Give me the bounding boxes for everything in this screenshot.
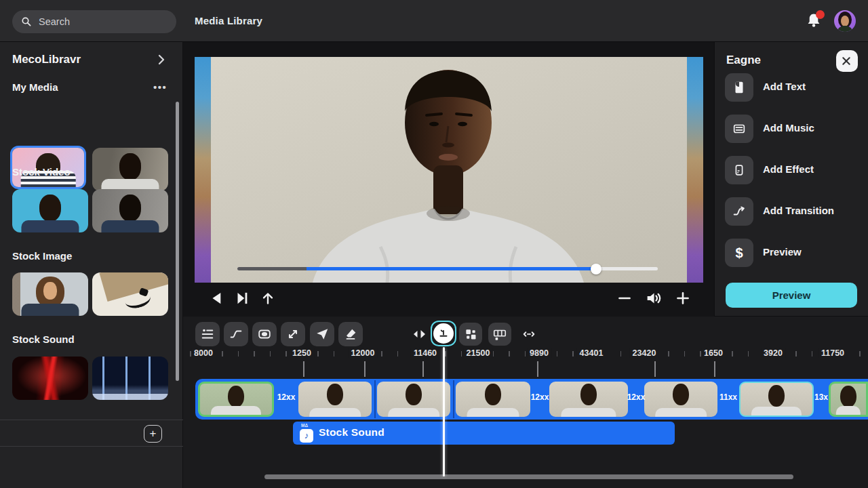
curve-icon[interactable] [224,322,248,346]
ruler-label: 8000 [191,348,216,358]
media-thumb-stock-sound-2[interactable] [92,357,168,400]
preview-item[interactable]: $ Preview [725,239,861,268]
notification-bell-icon[interactable] [804,12,823,30]
resize-icon[interactable] [281,322,305,346]
stage-gradient-left [195,57,211,283]
media-thumb-stock-video-2[interactable] [92,189,168,232]
thumb-figure-head [119,195,141,222]
audio-clip-stock-sound[interactable]: MΔ ♪ Stock Sound [293,422,675,445]
video-clip-4[interactable] [456,382,530,417]
clip-separator [453,380,454,418]
ruler-major-tick [714,361,715,377]
video-clip-6[interactable] [644,382,717,417]
ruler-major-tick [364,361,366,377]
add-transition-label: Add Transition [763,205,834,216]
media-thumb-stock-sound-1[interactable] [12,357,88,400]
search-input[interactable] [39,16,154,27]
media-thumb-stock-video-1[interactable] [12,189,88,232]
timeline: 8000 1250 12000 11460 21500 9890 43401 2… [183,317,868,488]
seek-bar[interactable] [237,267,658,270]
ruler-label: 9890 [527,348,551,358]
grid-view-icon[interactable] [459,323,482,346]
video-clip-8[interactable] [829,382,868,417]
user-avatar[interactable] [834,10,856,32]
video-clip-3[interactable] [377,382,450,417]
add-music-item[interactable]: Add Music [725,115,861,144]
close-icon[interactable] [836,50,858,72]
send-icon[interactable] [310,322,334,346]
speaker-icon[interactable] [644,288,665,308]
preview-area [183,42,714,317]
music-note-icon: ♪ [300,429,313,443]
ruler-label: 11460 [411,348,439,358]
playhead-clock-button[interactable] [431,321,456,346]
playhead[interactable] [443,347,445,476]
video-clip-2[interactable] [298,382,372,417]
ruler-label: 12000 [349,348,378,358]
seek-gray-segment [237,267,307,270]
ruler-label: 1250 [290,348,314,358]
tools-panel: Eagne Add Text [714,42,868,317]
audio-clip-badge: MΔ [301,423,308,428]
video-frame [211,57,687,283]
eraser-icon[interactable] [338,322,363,346]
chevron-right-icon[interactable] [156,53,167,66]
track-options-icon[interactable] [195,322,220,346]
player-controls [183,283,714,317]
volume-up-icon[interactable] [674,288,694,308]
media-thumb-my-media-2[interactable] [92,148,168,191]
preview-button[interactable]: Preview [726,283,857,308]
add-text-label: Add Text [763,81,806,92]
video-editor-app: Media Library MecoLibravr My Media ••• [0,0,868,488]
track-layout-icon[interactable] [488,323,511,346]
clip-duration-label: 12xx [627,392,646,402]
video-stage [195,57,703,283]
add-music-icon [725,115,753,143]
ruler-major-tick [422,361,424,377]
sidebar-scrollbar[interactable] [176,102,179,381]
media-thumb-stock-image-2[interactable] [92,272,168,316]
previous-icon[interactable] [209,288,229,308]
section-title-stock-image: Stock Image [12,250,72,262]
stage-gradient-right [687,57,703,283]
ruler-label: 3920 [761,348,785,358]
media-thumb-stock-image-1[interactable] [12,272,88,316]
mask-icon[interactable] [252,322,277,346]
ruler-label: 23420 [630,348,659,358]
clip-duration-label: 12xx [277,392,296,402]
clip-duration-label: 13x [814,392,828,402]
add-transition-item[interactable]: Add Transition [725,197,861,227]
thumb-figure-head [119,153,141,180]
thumb-figure-body [21,220,79,232]
video-clip-1-selected[interactable] [198,382,274,417]
timeline-scrollbar[interactable] [264,474,793,479]
video-track[interactable]: 12xx 12xx 12xx 11xx 13x [195,379,868,420]
move-horizontal-icon[interactable] [517,322,541,346]
volume-down-icon[interactable] [616,288,636,308]
clip-duration-label: 12xx [531,392,549,402]
clip-duration-label: 11xx [719,392,737,402]
timeline-ruler[interactable]: 8000 1250 12000 11460 21500 9890 43401 2… [183,348,868,361]
arrow-up-icon[interactable] [259,288,279,308]
seek-knob[interactable] [591,264,601,274]
video-clip-5[interactable] [549,382,628,417]
audio-clip-label: Stock Sound [319,426,384,439]
more-options-icon[interactable]: ••• [153,81,167,93]
search-box[interactable] [12,10,176,33]
add-text-item[interactable]: Add Text [725,73,861,103]
ruler-major-tick [537,361,538,377]
thumb-figure-head [39,195,61,222]
search-icon [20,16,33,28]
section-title-stock-sound: Stock Sound [12,333,75,345]
add-media-button[interactable]: + [144,425,162,443]
clip-separator [374,380,376,418]
video-clip-7[interactable] [739,382,814,417]
topbar: Media Library [0,0,868,42]
portrait-man [211,57,687,283]
notification-dot [816,10,825,19]
flip-horizontal-icon[interactable] [407,322,431,346]
skip-icon[interactable] [233,288,254,308]
thumb-figure-body [101,220,159,232]
thumb-figure-body [21,304,79,316]
add-effect-item[interactable]: Add Effect [725,156,861,186]
